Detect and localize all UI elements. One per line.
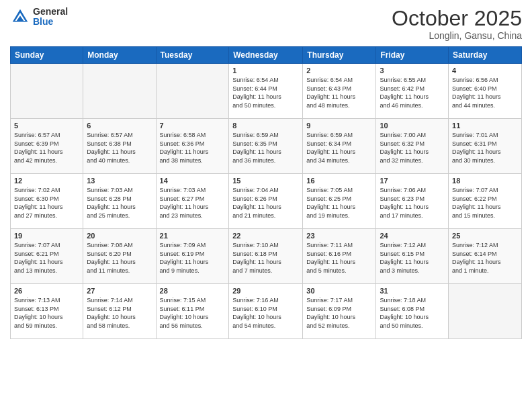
day-number: 15 <box>232 177 299 185</box>
week-row-3: 12Sunrise: 7:02 AM Sunset: 6:30 PM Dayli… <box>11 174 522 229</box>
table-row: 10Sunrise: 7:00 AM Sunset: 6:32 PM Dayli… <box>376 119 449 174</box>
day-number: 20 <box>87 232 152 240</box>
table-row: 12Sunrise: 7:02 AM Sunset: 6:30 PM Dayli… <box>11 174 83 229</box>
table-row <box>11 64 83 119</box>
day-info: Sunrise: 7:07 AM Sunset: 6:21 PM Dayligh… <box>14 241 79 275</box>
table-row: 7Sunrise: 6:58 AM Sunset: 6:36 PM Daylig… <box>156 119 229 174</box>
day-number: 4 <box>452 66 518 75</box>
day-info: Sunrise: 7:08 AM Sunset: 6:20 PM Dayligh… <box>87 241 152 275</box>
logo-blue-label: Blue <box>33 17 68 27</box>
day-info: Sunrise: 7:09 AM Sunset: 6:19 PM Dayligh… <box>160 241 226 275</box>
day-number: 1 <box>232 66 299 75</box>
day-number: 5 <box>14 122 79 130</box>
table-row: 19Sunrise: 7:07 AM Sunset: 6:21 PM Dayli… <box>11 229 83 284</box>
day-info: Sunrise: 7:06 AM Sunset: 6:23 PM Dayligh… <box>380 186 445 220</box>
table-row: 29Sunrise: 7:16 AM Sunset: 6:10 PM Dayli… <box>229 284 303 339</box>
day-info: Sunrise: 7:11 AM Sunset: 6:16 PM Dayligh… <box>306 241 372 275</box>
day-info: Sunrise: 7:18 AM Sunset: 6:08 PM Dayligh… <box>380 296 445 330</box>
table-row: 13Sunrise: 7:03 AM Sunset: 6:28 PM Dayli… <box>83 174 156 229</box>
col-friday: Friday <box>376 47 449 64</box>
day-number: 2 <box>306 66 372 75</box>
week-row-2: 5Sunrise: 6:57 AM Sunset: 6:39 PM Daylig… <box>11 119 522 174</box>
table-row: 1Sunrise: 6:54 AM Sunset: 6:44 PM Daylig… <box>229 64 303 119</box>
day-number: 17 <box>380 177 445 185</box>
day-info: Sunrise: 7:01 AM Sunset: 6:31 PM Dayligh… <box>452 131 518 165</box>
day-number: 18 <box>452 177 518 185</box>
day-info: Sunrise: 7:00 AM Sunset: 6:32 PM Dayligh… <box>380 131 445 165</box>
logo-icon <box>10 7 30 27</box>
table-row: 23Sunrise: 7:11 AM Sunset: 6:16 PM Dayli… <box>303 229 376 284</box>
table-row: 15Sunrise: 7:04 AM Sunset: 6:26 PM Dayli… <box>229 174 303 229</box>
day-number: 10 <box>380 122 445 130</box>
day-info: Sunrise: 6:59 AM Sunset: 6:35 PM Dayligh… <box>232 131 299 165</box>
title-area: October 2025 Longlin, Gansu, China <box>392 7 522 41</box>
day-info: Sunrise: 7:02 AM Sunset: 6:30 PM Dayligh… <box>14 186 79 220</box>
table-row: 26Sunrise: 7:13 AM Sunset: 6:13 PM Dayli… <box>11 284 83 339</box>
col-tuesday: Tuesday <box>156 47 229 64</box>
day-number: 26 <box>14 287 79 295</box>
table-row: 14Sunrise: 7:03 AM Sunset: 6:27 PM Dayli… <box>156 174 229 229</box>
day-number: 21 <box>160 232 226 240</box>
day-number: 27 <box>87 287 152 295</box>
table-row: 18Sunrise: 7:07 AM Sunset: 6:22 PM Dayli… <box>449 174 522 229</box>
table-row: 11Sunrise: 7:01 AM Sunset: 6:31 PM Dayli… <box>449 119 522 174</box>
day-info: Sunrise: 7:14 AM Sunset: 6:12 PM Dayligh… <box>87 296 152 330</box>
day-number: 22 <box>232 232 299 240</box>
day-number: 7 <box>160 122 226 130</box>
col-saturday: Saturday <box>449 47 522 64</box>
day-number: 11 <box>452 122 518 130</box>
table-row: 5Sunrise: 6:57 AM Sunset: 6:39 PM Daylig… <box>11 119 83 174</box>
table-row: 31Sunrise: 7:18 AM Sunset: 6:08 PM Dayli… <box>376 284 449 339</box>
day-number: 19 <box>14 232 79 240</box>
table-row <box>83 64 156 119</box>
day-number: 3 <box>380 66 445 75</box>
day-info: Sunrise: 6:54 AM Sunset: 6:44 PM Dayligh… <box>232 76 299 109</box>
location-subtitle: Longlin, Gansu, China <box>392 30 522 41</box>
calendar-table: Sunday Monday Tuesday Wednesday Thursday… <box>10 46 522 339</box>
table-row <box>156 64 229 119</box>
day-info: Sunrise: 6:57 AM Sunset: 6:39 PM Dayligh… <box>14 131 79 165</box>
table-row: 20Sunrise: 7:08 AM Sunset: 6:20 PM Dayli… <box>83 229 156 284</box>
day-info: Sunrise: 7:04 AM Sunset: 6:26 PM Dayligh… <box>232 186 299 220</box>
table-row: 24Sunrise: 7:12 AM Sunset: 6:15 PM Dayli… <box>376 229 449 284</box>
day-number: 28 <box>160 287 226 295</box>
logo: General Blue <box>10 7 68 28</box>
day-number: 30 <box>306 287 372 295</box>
table-row: 25Sunrise: 7:12 AM Sunset: 6:14 PM Dayli… <box>449 229 522 284</box>
day-info: Sunrise: 7:03 AM Sunset: 6:28 PM Dayligh… <box>87 186 152 220</box>
table-row: 3Sunrise: 6:55 AM Sunset: 6:42 PM Daylig… <box>376 64 449 119</box>
week-row-1: 1Sunrise: 6:54 AM Sunset: 6:44 PM Daylig… <box>11 64 522 119</box>
table-row: 4Sunrise: 6:56 AM Sunset: 6:40 PM Daylig… <box>449 64 522 119</box>
page: General Blue October 2025 Longlin, Gansu… <box>0 0 532 411</box>
table-row: 8Sunrise: 6:59 AM Sunset: 6:35 PM Daylig… <box>229 119 303 174</box>
day-info: Sunrise: 6:54 AM Sunset: 6:43 PM Dayligh… <box>306 76 372 109</box>
day-info: Sunrise: 7:12 AM Sunset: 6:15 PM Dayligh… <box>380 241 445 275</box>
table-row: 2Sunrise: 6:54 AM Sunset: 6:43 PM Daylig… <box>303 64 376 119</box>
col-sunday: Sunday <box>11 47 83 64</box>
table-row: 22Sunrise: 7:10 AM Sunset: 6:18 PM Dayli… <box>229 229 303 284</box>
table-row: 16Sunrise: 7:05 AM Sunset: 6:25 PM Dayli… <box>303 174 376 229</box>
day-number: 31 <box>380 287 445 295</box>
day-info: Sunrise: 6:55 AM Sunset: 6:42 PM Dayligh… <box>380 76 445 109</box>
month-title: October 2025 <box>392 7 522 30</box>
day-number: 12 <box>14 177 79 185</box>
col-thursday: Thursday <box>303 47 376 64</box>
day-info: Sunrise: 7:15 AM Sunset: 6:11 PM Dayligh… <box>160 296 226 330</box>
logo-text: General Blue <box>33 7 68 28</box>
day-info: Sunrise: 7:05 AM Sunset: 6:25 PM Dayligh… <box>306 186 372 220</box>
col-monday: Monday <box>83 47 156 64</box>
day-info: Sunrise: 6:56 AM Sunset: 6:40 PM Dayligh… <box>452 76 518 109</box>
day-info: Sunrise: 6:59 AM Sunset: 6:34 PM Dayligh… <box>306 131 372 165</box>
day-info: Sunrise: 7:03 AM Sunset: 6:27 PM Dayligh… <box>160 186 226 220</box>
day-info: Sunrise: 7:10 AM Sunset: 6:18 PM Dayligh… <box>232 241 299 275</box>
table-row: 6Sunrise: 6:57 AM Sunset: 6:38 PM Daylig… <box>83 119 156 174</box>
day-number: 6 <box>87 122 152 130</box>
day-number: 16 <box>306 177 372 185</box>
day-info: Sunrise: 6:57 AM Sunset: 6:38 PM Dayligh… <box>87 131 152 165</box>
header-row: Sunday Monday Tuesday Wednesday Thursday… <box>11 47 522 64</box>
day-info: Sunrise: 6:58 AM Sunset: 6:36 PM Dayligh… <box>160 131 226 165</box>
table-row: 21Sunrise: 7:09 AM Sunset: 6:19 PM Dayli… <box>156 229 229 284</box>
day-info: Sunrise: 7:17 AM Sunset: 6:09 PM Dayligh… <box>306 296 372 330</box>
day-number: 23 <box>306 232 372 240</box>
col-wednesday: Wednesday <box>229 47 303 64</box>
